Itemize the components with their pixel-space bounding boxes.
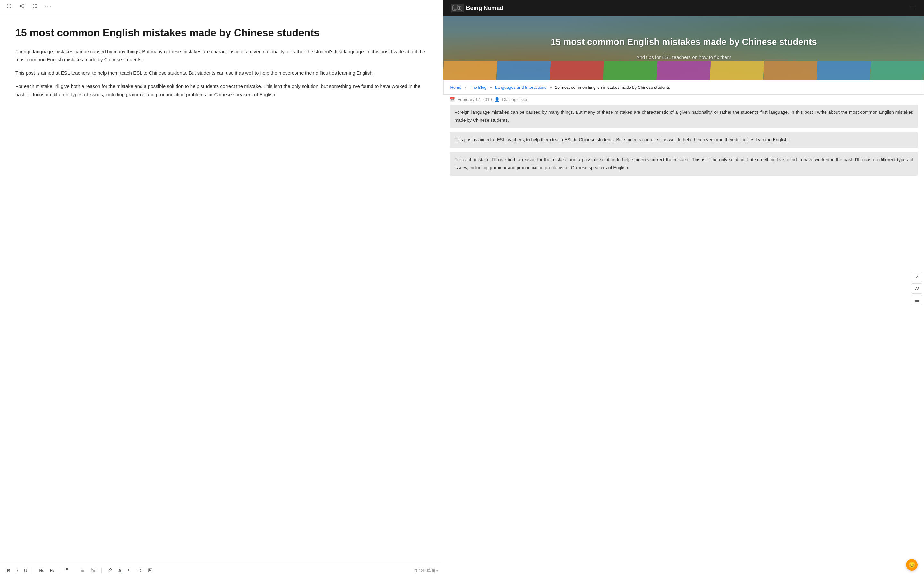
toolbar-divider-2 bbox=[60, 568, 60, 574]
post-meta: 📅 February 17, 2019 👤 Ola Jagielska bbox=[443, 95, 924, 105]
article-paragraph-1: Foreign language mistakes can be caused … bbox=[450, 105, 918, 128]
link-button[interactable] bbox=[105, 567, 114, 574]
svg-rect-10 bbox=[81, 571, 84, 572]
word-count-area: ⏱ 129 单词 ▾ bbox=[413, 568, 438, 574]
editor-paragraph-3[interactable]: For each mistake, I'll give both a reaso… bbox=[15, 82, 428, 98]
toolbar-divider-3 bbox=[74, 568, 74, 574]
svg-rect-23 bbox=[454, 5, 457, 10]
breadcrumb-blog[interactable]: The Blog bbox=[470, 85, 486, 90]
svg-line-4 bbox=[21, 6, 23, 7]
editor-content-area[interactable]: 15 most common English mistakes made by … bbox=[0, 13, 443, 564]
unordered-list-button[interactable] bbox=[78, 567, 87, 574]
sidebar-icons: ✓ A/ ▬ bbox=[909, 269, 924, 308]
svg-point-21 bbox=[149, 569, 150, 570]
article-paragraph-3: For each mistake, I'll give both a reaso… bbox=[450, 152, 918, 176]
editor-paragraph-1[interactable]: Foreign language mistakes can be caused … bbox=[15, 47, 428, 64]
word-count-chevron: ▾ bbox=[436, 569, 438, 572]
svg-rect-20 bbox=[148, 569, 152, 572]
check-icon-button[interactable]: ✓ bbox=[912, 272, 922, 282]
quote-button[interactable]: " bbox=[64, 567, 70, 574]
breadcrumb: Home » The Blog » Languages and Interact… bbox=[443, 80, 924, 95]
emoji-icon: 😊 bbox=[908, 561, 916, 569]
svg-point-0 bbox=[23, 4, 24, 5]
refresh-button[interactable] bbox=[5, 3, 13, 11]
underline-button[interactable]: U bbox=[22, 567, 29, 574]
pencils-decoration bbox=[443, 61, 924, 80]
text-color-button[interactable]: A bbox=[116, 567, 124, 574]
breadcrumb-current: 15 most common English mistakes made by … bbox=[555, 85, 670, 90]
svg-rect-7 bbox=[81, 570, 81, 571]
word-count-text: 129 单词 bbox=[419, 568, 435, 574]
editor-panel: ··· 15 most common English mistakes made… bbox=[0, 0, 443, 577]
editor-top-toolbar: ··· bbox=[0, 0, 443, 13]
share-button[interactable] bbox=[18, 3, 26, 11]
layer-icon-button[interactable]: ▬ bbox=[912, 295, 922, 305]
site-header: Being Nomad bbox=[443, 0, 924, 16]
svg-rect-12 bbox=[93, 569, 95, 569]
hero-text: 15 most common English mistakes made by … bbox=[538, 36, 830, 60]
italic-button[interactable]: i bbox=[15, 567, 19, 574]
text-format-icon-button[interactable]: A/ bbox=[912, 284, 922, 293]
h2-button[interactable]: H₂ bbox=[48, 568, 56, 574]
svg-point-25 bbox=[459, 7, 460, 9]
layer-icon: ▬ bbox=[915, 298, 919, 303]
post-date: February 17, 2019 bbox=[457, 97, 491, 102]
expand-button[interactable] bbox=[31, 3, 39, 11]
svg-line-3 bbox=[21, 5, 23, 5]
hero-divider bbox=[664, 52, 703, 52]
svg-text:T: T bbox=[137, 569, 139, 572]
clock-icon: ⏱ bbox=[413, 568, 417, 573]
article-paragraph-2: This post is aimed at ESL teachers, to h… bbox=[450, 132, 918, 148]
check-icon: ✓ bbox=[915, 274, 919, 279]
svg-line-26 bbox=[461, 10, 462, 11]
website-preview: Being Nomad 15 most common English mista… bbox=[443, 0, 924, 577]
breadcrumb-sep-2: » bbox=[489, 85, 492, 90]
paragraph-button[interactable]: ¶ bbox=[126, 567, 132, 574]
breadcrumb-home[interactable]: Home bbox=[450, 85, 461, 90]
ordered-list-button[interactable]: 1. 2. 3. bbox=[89, 567, 97, 574]
post-author: Ola Jagielska bbox=[502, 97, 527, 102]
breadcrumb-category[interactable]: Languages and Interactions bbox=[495, 85, 546, 90]
logo-icon bbox=[451, 4, 464, 12]
svg-rect-16 bbox=[93, 571, 95, 572]
editor-paragraph-2[interactable]: This post is aimed at ESL teachers, to h… bbox=[15, 69, 428, 77]
text-format-icon: A/ bbox=[915, 287, 919, 290]
site-logo: Being Nomad bbox=[451, 4, 503, 12]
more-button[interactable]: ··· bbox=[44, 3, 53, 11]
author-icon: 👤 bbox=[494, 97, 499, 102]
editor-format-toolbar: B i U H₁ H₂ " 1. 2. 3. bbox=[0, 564, 443, 577]
hero-subtitle: And tips for ESL teachers on how to fix … bbox=[551, 55, 817, 60]
breadcrumb-sep-3: » bbox=[549, 85, 552, 90]
calendar-icon: 📅 bbox=[450, 97, 455, 102]
svg-point-1 bbox=[23, 7, 24, 8]
clear-format-button[interactable]: T bbox=[135, 567, 144, 574]
insert-image-button[interactable] bbox=[146, 567, 154, 574]
hero-title: 15 most common English mistakes made by … bbox=[551, 36, 817, 48]
site-logo-text: Being Nomad bbox=[466, 5, 503, 11]
editor-title[interactable]: 15 most common English mistakes made by … bbox=[15, 26, 428, 40]
svg-rect-9 bbox=[81, 571, 81, 572]
svg-point-2 bbox=[20, 5, 21, 6]
h1-button[interactable]: H₁ bbox=[37, 567, 45, 574]
bold-button[interactable]: B bbox=[5, 567, 12, 574]
svg-rect-5 bbox=[81, 569, 81, 569]
emoji-button[interactable]: 😊 bbox=[906, 559, 918, 571]
hero-section: 15 most common English mistakes made by … bbox=[443, 16, 924, 80]
article-content: Foreign language mistakes can be caused … bbox=[443, 105, 924, 186]
breadcrumb-sep-1: » bbox=[465, 85, 467, 90]
hamburger-menu[interactable] bbox=[909, 6, 916, 10]
svg-rect-6 bbox=[81, 569, 84, 569]
